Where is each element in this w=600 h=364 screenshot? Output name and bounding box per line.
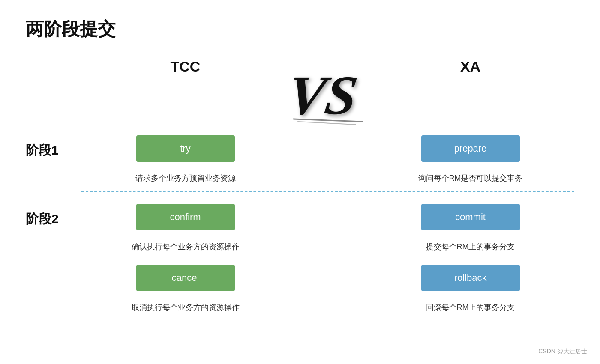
svg-text:VS: VS xyxy=(289,65,361,126)
tcc-confirm-button: confirm xyxy=(136,204,235,230)
xa-phase2-desc1: 提交每个RM上的事务分支 xyxy=(426,242,515,252)
xa-column-title: XA xyxy=(460,58,480,75)
phase2-desc2-row: 取消执行每个业务方的资源操作 回滚每个RM上的事务分支 xyxy=(26,298,574,313)
phase1-label: 阶段1 xyxy=(26,142,59,159)
tcc-try-button: try xyxy=(136,135,235,162)
tcc-phase1-desc: 请求多个业务方预留业务资源 xyxy=(135,173,236,183)
tcc-column-title: TCC xyxy=(171,58,201,75)
watermark: CSDN @大迁居士 xyxy=(538,348,587,355)
phase2-row: 阶段2 confirm commit xyxy=(26,200,574,237)
phase2-desc1-row: 确认执行每个业务方的资源操作 提交每个RM上的事务分支 xyxy=(26,237,574,252)
vs-graphic: VS xyxy=(289,58,366,127)
tcc-phase2-desc2: 取消执行每个业务方的资源操作 xyxy=(132,302,240,313)
phase1-desc-row: 请求多个业务方预留业务资源 询问每个RM是否可以提交事务 xyxy=(26,169,574,183)
tcc-cancel-button: cancel xyxy=(136,265,235,291)
tcc-phase2-desc1: 确认执行每个业务方的资源操作 xyxy=(132,242,240,252)
phase2-label: 阶段2 xyxy=(26,210,59,228)
phase2-row2: cancel rollback xyxy=(26,260,574,298)
xa-commit-button: commit xyxy=(421,204,520,230)
page-container: 两阶段提交 TCC VS XA 阶段1 try xyxy=(0,0,600,364)
xa-rollback-button: rollback xyxy=(421,265,520,291)
xa-phase1-desc: 询问每个RM是否可以提交事务 xyxy=(418,173,523,183)
page-title: 两阶段提交 xyxy=(26,17,574,41)
xa-prepare-button: prepare xyxy=(421,135,520,162)
phase1-row: 阶段1 try prepare xyxy=(26,131,574,169)
xa-phase2-desc2: 回滚每个RM上的事务分支 xyxy=(426,302,515,313)
divider-row xyxy=(26,183,574,195)
